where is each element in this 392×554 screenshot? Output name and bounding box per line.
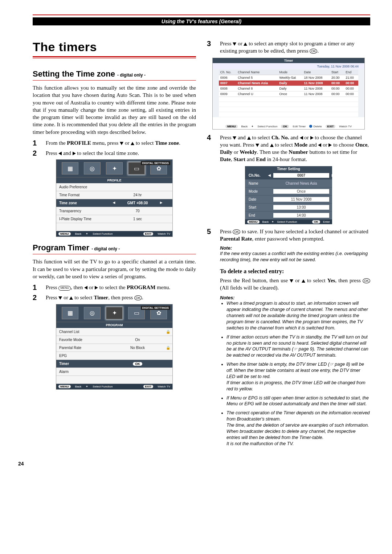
down-icon <box>233 42 236 46</box>
osd-row: TimerOK <box>56 360 172 368</box>
right-icon <box>73 152 76 155</box>
lock-icon: 🔒 <box>164 330 172 334</box>
osd-tag: DIGITAL SETTINGS <box>141 161 170 165</box>
down-icon <box>256 144 259 147</box>
osd-icon: ▦ <box>62 307 78 319</box>
up-icon <box>247 136 251 140</box>
step-number: 3 <box>207 40 214 55</box>
osd-icon: ▦ <box>62 162 78 175</box>
step-1-body: From the PROFILE menu, press or to selec… <box>46 139 196 147</box>
osd-row: Parental RateNo Block🔒 <box>56 344 172 352</box>
note-item: When a timed program is about to start, … <box>226 300 370 331</box>
step-number: 2 <box>33 294 40 301</box>
step-number: 4 <box>207 134 214 163</box>
ts-row: ModeOnce <box>245 188 332 196</box>
note-item: When the timer table is empty, the DTV t… <box>226 361 370 392</box>
ok-icon: OK <box>233 229 240 234</box>
osd-footer: MENUBack ✦Select Function EXITWatch TV <box>56 231 172 237</box>
page-number: 24 <box>18 461 370 467</box>
heading-suffix: - digital only - <box>91 246 120 251</box>
osd-row: Favorite ModeOn <box>56 336 172 344</box>
notes-list: When a timed program is about to start, … <box>220 300 370 447</box>
ok-icon: OK <box>363 278 370 283</box>
osd-row: Channel List🔒 <box>56 328 172 336</box>
ok-icon: OK <box>310 49 317 54</box>
timer-date: Tuesday, 11 Nov 2008 06:44 <box>213 63 364 69</box>
osd-row: EPG <box>56 352 172 360</box>
intro-time-zone: This function allows you to manually set… <box>33 84 196 136</box>
note-heading: Note: <box>220 245 370 251</box>
ts-row: Start13:00 <box>245 204 332 212</box>
osd-row: Transparency70 <box>56 207 172 215</box>
step-number: 1 <box>33 139 40 147</box>
osd-row: Audio Preference <box>56 183 172 191</box>
up-icon <box>302 279 305 283</box>
intro-program-timer: This function will set the TV to go to a… <box>33 258 196 280</box>
table-row: 0007Channel News AsiaDaily11 Nov 200800:… <box>219 80 359 86</box>
heading-text: Setting the Time zone <box>33 69 115 78</box>
osd-row: Alarm <box>56 368 172 376</box>
step-pt-1: Press MENU, then or to select the PROGRA… <box>46 284 196 291</box>
timer-footer: MENUBack ✦Select Function OKEdit Timer D… <box>213 124 364 129</box>
osd-band: PROFILE <box>56 177 172 183</box>
heading-program-timer: Program Timer - digital only - <box>33 243 196 253</box>
timer-setting-panel: Timer Setting Ch.No.0007NameChannel News… <box>245 166 332 224</box>
osd-program: DIGITAL SETTINGS ▦ ◎ ✦ ▭ ✿ PROGRAM Chann… <box>56 304 172 389</box>
osd-icon: ✦ <box>106 162 123 175</box>
osd-icon-active: ✦ <box>106 307 123 319</box>
note-item: If Menu or EPG is still open when timer … <box>226 395 370 407</box>
ts-row: NameChannel News Asia <box>245 180 332 188</box>
table-row: 0009Channel UOnce11 Nov 200800:0000:00 <box>219 91 359 97</box>
heading-text: Program Timer <box>33 243 89 252</box>
left-icon <box>84 286 87 290</box>
note-item: If timer action occurs when the TV is in… <box>226 334 370 359</box>
table-row: 0008Channel 8Daily11 Nov 200800:0000:00 <box>219 86 359 91</box>
heading-suffix: - digital only - <box>117 73 146 78</box>
heading-time-zone: Setting the Time zone - digital only - <box>33 69 196 79</box>
up-icon <box>244 42 247 46</box>
right-icon <box>310 136 314 140</box>
notes-heading: Notes: <box>220 295 370 300</box>
step-3-body: Press or to select an empty slot to prog… <box>220 40 370 55</box>
menu-button-icon: MENU <box>58 286 71 291</box>
osd-row: I-Plate Display Time1 sec <box>56 215 172 223</box>
osd-tag: DIGITAL SETTINGS <box>141 306 170 310</box>
section-banner: Using the TV's features (General) <box>33 17 370 25</box>
right-icon <box>95 286 98 290</box>
down-icon <box>290 279 293 283</box>
up-icon <box>131 142 134 145</box>
delete-body: Press the Red button, then use or to sel… <box>220 277 370 292</box>
table-row: 0006Channel 5Weekly-Sat18 Nov 200820:302… <box>219 75 359 80</box>
ts-footer: MENUBack ✦Select Function OKEnter <box>245 219 332 224</box>
step-number: 1 <box>33 284 40 291</box>
osd-profile: DIGITAL SETTINGS ▦ ◎ ✦ ▭ ✿ PROFILE Audio… <box>56 160 172 237</box>
down-icon <box>233 136 236 140</box>
ok-icon: OK <box>134 295 142 300</box>
osd-band: PROGRAM <box>56 322 172 328</box>
note-body: If the new entry causes a conflict with … <box>220 251 370 263</box>
timer-table-panel: Timer Tuesday, 11 Nov 2008 06:44 Ch. No.… <box>212 58 365 130</box>
step-4-body: Press and to select Ch. No. and or to ch… <box>220 134 370 163</box>
ts-row: Ch.No.0007 <box>245 172 332 180</box>
ts-row: End14:00 <box>245 212 332 219</box>
note-item: The correct operation of the Timer depen… <box>226 410 370 447</box>
osd-row: Time zoneGMT +08:30 <box>56 199 172 207</box>
osd-row: Time Format24 hr <box>56 191 172 199</box>
osd-icon: ◎ <box>84 162 101 175</box>
left-icon <box>300 136 303 140</box>
delete-heading: To delete a selected entry: <box>220 268 370 275</box>
down-icon <box>58 296 62 300</box>
up-icon <box>270 144 274 147</box>
step-number: 5 <box>207 228 214 243</box>
down-icon <box>120 142 123 145</box>
step-number: 2 <box>33 149 40 157</box>
lock-icon: 🔒 <box>164 346 172 350</box>
ts-row: Date11 Nov 2008 <box>245 196 332 204</box>
up-icon <box>69 296 73 300</box>
step-pt-2: Press or to select Timer, then press OK. <box>46 294 196 301</box>
ts-title: Timer Setting <box>245 166 332 172</box>
page-title: The timers <box>33 40 196 54</box>
osd-footer: MENUBack ✦Select Function EXITWatch TV <box>56 384 172 389</box>
step-5-body: Press OK to save. If you have selected a… <box>220 228 370 243</box>
timer-title: Timer <box>213 58 364 63</box>
